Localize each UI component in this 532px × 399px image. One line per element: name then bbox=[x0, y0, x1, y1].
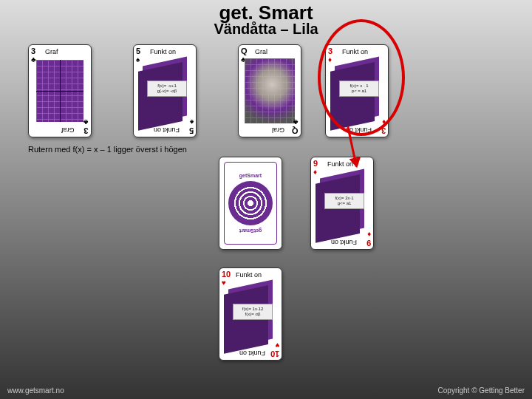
rank-tl: 3♣ bbox=[31, 47, 36, 64]
card-label: Funkt on bbox=[236, 271, 262, 279]
card-r3-1[interactable]: 10♥ Funkt on f(x)= 1x·12f(x)= αβ Funkt o… bbox=[219, 267, 282, 361]
card-back[interactable]: getSmart getSmart bbox=[219, 157, 282, 250]
card-r1-1[interactable]: 3♣ Graf Graf 3♣ bbox=[28, 44, 92, 137]
axis-v bbox=[60, 60, 61, 122]
mandala-icon bbox=[228, 181, 273, 225]
rank-br: 10♥ bbox=[270, 341, 279, 358]
card-label-b: Graf bbox=[61, 126, 75, 134]
subtitle: Vändåtta – Lila bbox=[0, 21, 532, 38]
footer-right: Copyright © Getting Better bbox=[438, 386, 525, 395]
back-brand-top: getSmart bbox=[239, 173, 262, 178]
rank-tl: 3♦ bbox=[328, 47, 332, 64]
formula-box: f(x)= x · 1p< = a1 bbox=[339, 81, 379, 97]
formula-box: f(x)= -x+1g(-x)= -αβ bbox=[147, 81, 187, 97]
card-back-face: getSmart getSmart bbox=[224, 162, 277, 245]
back-brand-bottom: getSmart bbox=[239, 228, 262, 233]
rank-tl: 9♦ bbox=[313, 160, 318, 176]
card-label-b: Funkt on bbox=[239, 349, 265, 357]
card-label: Funkt on bbox=[342, 48, 368, 55]
formula-box: f(x)= 1x·12f(x)= αβ bbox=[233, 304, 273, 320]
rank-br: 9♦ bbox=[366, 231, 371, 247]
rank-br: 5♠ bbox=[189, 118, 194, 134]
rank-br: Q♣ bbox=[292, 118, 299, 134]
formula-box: f(x)= 2x·1g<= a1 bbox=[324, 193, 364, 209]
rank-br: 3♦ bbox=[381, 118, 386, 134]
caption: Rutern med f(x) = x – 1 ligger överst i … bbox=[28, 145, 187, 154]
card-label-b: Gral bbox=[272, 126, 284, 134]
rank-br: 3♣ bbox=[83, 118, 89, 134]
footer-left: www.getsmart.no bbox=[7, 386, 64, 395]
card-r1-2[interactable]: 5♠ Funkt on f(x)= -x+1g(-x)= -αβ Funkt o… bbox=[133, 44, 197, 137]
rank-tl: 10♥ bbox=[222, 270, 231, 287]
card-label-b: Funkt on bbox=[154, 126, 180, 134]
card-r1-4[interactable]: 3♦ Funkt on f(x)= x · 1p< = a1 Funkt on … bbox=[325, 44, 389, 137]
slide-stage: get. Smart Vändåtta – Lila 3♣ Graf Graf … bbox=[0, 0, 532, 399]
card-r2-2[interactable]: 9♦ Funkt on f(x)= 2x·1g<= a1 Funkt on 9♦ bbox=[310, 157, 374, 250]
card-label: Gral bbox=[255, 48, 267, 55]
rank-tl: 5♠ bbox=[136, 47, 140, 64]
queen-photo bbox=[245, 58, 295, 123]
card-label: Funkt on bbox=[150, 48, 176, 55]
card-label: Graf bbox=[45, 48, 58, 55]
card-label-b: Funkt on bbox=[331, 239, 357, 246]
card-r1-3[interactable]: Q♣ Gral Gral Q♣ bbox=[238, 44, 301, 137]
